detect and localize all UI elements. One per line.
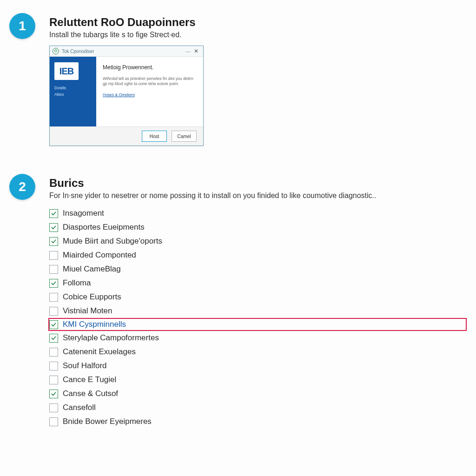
dialog-side-link-1[interactable]: Dosits xyxy=(54,86,92,90)
checklist-item[interactable]: Miuel CameBlag xyxy=(49,262,467,276)
checklist-item[interactable]: Canse & Cutsof xyxy=(49,387,467,401)
checklist-item-label: Sterylaple Campoformertes xyxy=(63,333,159,343)
step-1-subtitle: Install the tubargs lite s to fige Strec… xyxy=(49,31,467,39)
checkbox-icon[interactable] xyxy=(49,376,58,384)
step-2: 2 Burics For In·sne yider to nesetrer or… xyxy=(9,174,467,429)
checkbox-icon[interactable] xyxy=(49,307,58,316)
checkbox-icon[interactable] xyxy=(49,334,58,343)
checklist-item[interactable]: Vistnial Moten xyxy=(49,304,467,318)
checkbox-icon[interactable] xyxy=(49,223,58,232)
checklist-item[interactable]: Folloma xyxy=(49,276,467,290)
checklist-item[interactable]: KMI Cyspminnells xyxy=(48,318,467,331)
step-1-body: Reluttent RoO Duapoinners Install the tu… xyxy=(49,13,467,146)
dialog-logo: IEB xyxy=(54,62,79,80)
next-button[interactable]: Host xyxy=(142,131,167,142)
checklist-item-label: Folloma xyxy=(63,278,91,288)
dialog-link[interactable]: Hoses & Omekers xyxy=(103,93,135,97)
checkbox-icon[interactable] xyxy=(49,403,58,412)
minimize-icon[interactable]: — xyxy=(184,49,192,54)
dialog-sidebar: IEB Dosits Akeo xyxy=(50,57,96,126)
checklist-item-label: Miuel CameBlag xyxy=(63,264,121,274)
checklist-item-label: Miairded Componted xyxy=(63,251,136,260)
checklist-item-label: Bnide Bower Eyeipmeres xyxy=(63,417,152,426)
checkbox-icon[interactable] xyxy=(49,279,58,288)
checklist-item[interactable]: Catenenit Exuelages xyxy=(49,345,467,359)
checklist-item[interactable]: Diasportes Eueipments xyxy=(49,220,467,234)
checkbox-icon[interactable] xyxy=(49,251,58,260)
checklist-item-label: Diasportes Eueipments xyxy=(63,223,145,232)
step-2-title: Burics xyxy=(49,177,467,190)
checkbox-icon[interactable] xyxy=(49,390,58,398)
checklist-item[interactable]: Bnide Bower Eyeipmeres xyxy=(49,415,467,429)
close-icon[interactable]: ✕ xyxy=(192,48,200,54)
checklist-item[interactable]: Insagoment xyxy=(49,206,467,220)
checklist-item[interactable]: Cansefoll xyxy=(49,401,467,415)
checklist-item[interactable]: Sterylaple Campoformertes xyxy=(49,331,467,345)
checklist-item-label: Vistnial Moten xyxy=(63,306,112,316)
step-2-body: Burics For In·sne yider to nesetrer or n… xyxy=(49,174,467,429)
dialog-body-text: Wthrokd telt as prisntirer perveles fm d… xyxy=(103,76,197,87)
dialog-footer: Host Camel xyxy=(50,126,203,145)
checklist-item-label: Catenenit Exuelages xyxy=(63,347,136,357)
checklist-item-label: Cobice Eupports xyxy=(63,292,121,302)
step-number-badge: 1 xyxy=(9,13,35,39)
checklist-item-label: Mude Biirt and Subge'oports xyxy=(63,237,162,246)
checkbox-icon[interactable] xyxy=(49,417,58,426)
checkbox-icon[interactable] xyxy=(49,348,58,357)
checklist-item-label: Souf Halford xyxy=(63,361,107,370)
step-2-subtitle: For In·sne yider to nesetrer or nome pos… xyxy=(49,192,467,200)
installer-dialog: Tok Cponodiser — ✕ IEB Dosits Akeo Metlo… xyxy=(49,46,204,146)
checklist-item[interactable]: Cobice Eupports xyxy=(49,290,467,304)
checkbox-icon[interactable] xyxy=(49,293,58,302)
cancel-button[interactable]: Camel xyxy=(172,131,197,142)
dialog-heading: Metloig Prowennent. xyxy=(103,64,197,71)
dialog-titlebar: Tok Cponodiser — ✕ xyxy=(50,46,203,57)
step-1-title: Reluttent RoO Duapoinners xyxy=(49,16,467,29)
checklist-item-label: Insagoment xyxy=(63,209,104,218)
checklist-item-label: Cance E Tugiel xyxy=(63,375,116,384)
step-number-badge: 2 xyxy=(9,174,35,200)
dialog-side-link-2[interactable]: Akeo xyxy=(54,92,92,97)
checklist-item[interactable]: Cance E Tugiel xyxy=(49,373,467,387)
checklist-item-label: Cansefoll xyxy=(63,403,96,412)
checkbox-icon[interactable] xyxy=(49,362,58,370)
dialog-app-icon xyxy=(53,48,59,54)
checklist-item-label: KMI Cyspminnells xyxy=(63,320,126,329)
checklist-item[interactable]: Mude Biirt and Subge'oports xyxy=(49,234,467,248)
checklist-item[interactable]: Souf Halford xyxy=(49,359,467,373)
checklist-item-label: Canse & Cutsof xyxy=(63,389,118,398)
checkbox-icon[interactable] xyxy=(49,265,58,274)
checkbox-icon[interactable] xyxy=(49,320,58,329)
dialog-content: Metloig Prowennent. Wthrokd telt as pris… xyxy=(96,57,203,126)
checkbox-icon[interactable] xyxy=(49,237,58,246)
feature-checklist: InsagomentDiasportes EueipmentsMude Biir… xyxy=(49,206,467,429)
checklist-item[interactable]: Miairded Componted xyxy=(49,248,467,262)
dialog-title: Tok Cponodiser xyxy=(62,49,94,54)
checkbox-icon[interactable] xyxy=(49,209,58,218)
step-1: 1 Reluttent RoO Duapoinners Install the … xyxy=(9,13,467,146)
